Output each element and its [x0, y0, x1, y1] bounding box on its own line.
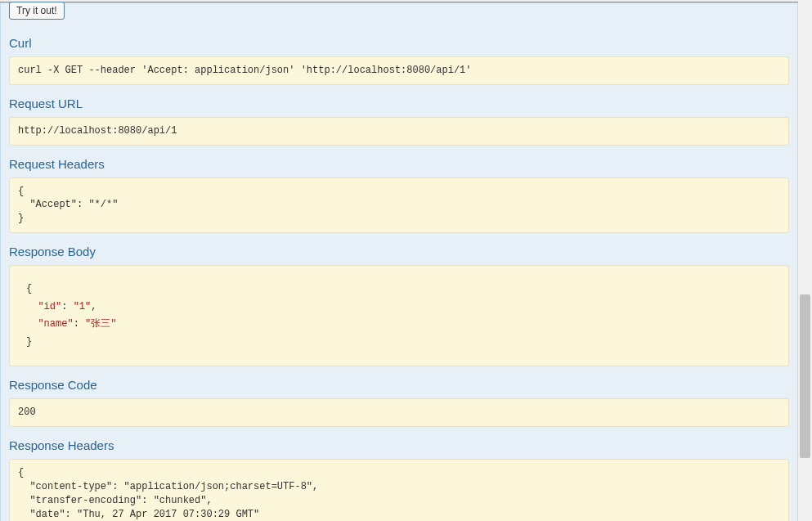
- try-it-out-button[interactable]: Try it out!: [9, 2, 65, 20]
- vertical-scrollbar[interactable]: [798, 0, 812, 521]
- request-headers-heading: Request Headers: [9, 157, 789, 171]
- request-url-heading: Request URL: [9, 97, 789, 110]
- response-code-heading: Response Code: [9, 378, 789, 392]
- action-row: Try it out!: [9, 3, 789, 25]
- response-body-heading: Response Body: [9, 245, 789, 258]
- response-body-block: { "id": "1", "name": "张三" }: [9, 265, 789, 366]
- curl-heading: Curl: [9, 36, 789, 50]
- request-url-block: http://localhost:8080/api/1: [9, 117, 789, 146]
- response-headers-heading: Response Headers: [9, 438, 789, 452]
- request-headers-block: { "Accept": "*/*" }: [9, 177, 789, 233]
- curl-block: curl -X GET --header 'Accept: applicatio…: [9, 56, 789, 85]
- api-response-panel: Try it out! Curl curl -X GET --header 'A…: [0, 2, 798, 521]
- scrollbar-thumb[interactable]: [800, 294, 810, 458]
- response-headers-block: { "content-type": "application/json;char…: [9, 459, 789, 521]
- response-code-block: 200: [9, 398, 789, 427]
